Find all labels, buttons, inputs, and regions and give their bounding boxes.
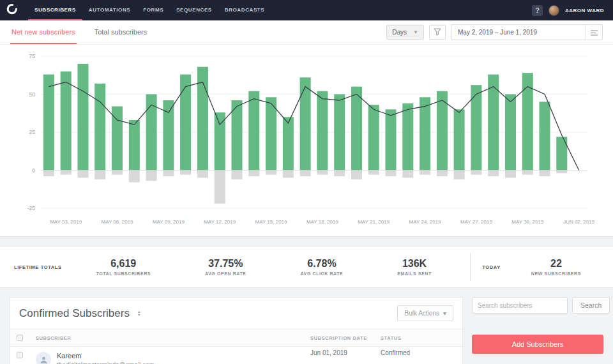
- stat-avg-click-rate: 6.78% AVG CLICK RATE: [300, 258, 343, 276]
- search-button[interactable]: Search: [572, 297, 610, 314]
- column-subscription-date[interactable]: SUBSCRIPTION DATE: [304, 330, 374, 347]
- svg-text:MAY 12, 2019: MAY 12, 2019: [204, 219, 236, 225]
- bulk-actions-label: Bulk Actions: [404, 310, 439, 317]
- svg-text:75: 75: [29, 53, 36, 59]
- divider: [470, 253, 471, 281]
- svg-text:JUN 02, 2019: JUN 02, 2019: [563, 219, 594, 225]
- svg-text:MAY 18, 2019: MAY 18, 2019: [306, 219, 339, 225]
- stat-avg-open-rate: 37.75% AVG OPEN RATE: [205, 258, 246, 276]
- svg-text:MAY 03, 2019: MAY 03, 2019: [50, 219, 82, 225]
- column-subscriber[interactable]: SUBSCRIBER: [29, 330, 304, 347]
- sort-toggle-icon[interactable]: ▲▼: [137, 310, 140, 317]
- stat-value: 6.78%: [300, 258, 343, 269]
- stat-value: 136K: [397, 258, 432, 269]
- subscription-date: Jun 01, 2019: [304, 347, 374, 364]
- svg-text:50: 50: [29, 91, 36, 98]
- svg-text:MAY 21, 2019: MAY 21, 2019: [358, 219, 390, 225]
- nav-item-automations[interactable]: AUTOMATIONS: [82, 0, 137, 20]
- user-avatar[interactable]: [549, 5, 559, 16]
- app-logo[interactable]: [6, 0, 18, 20]
- subscriber-chart-card: Net new subscribers Total subscribers Da…: [0, 20, 613, 237]
- stat-label: AVG OPEN RATE: [205, 271, 246, 276]
- stat-value: 37.75%: [205, 258, 246, 269]
- svg-text:-25: -25: [27, 205, 36, 211]
- bulk-actions-button[interactable]: Bulk Actions ▾: [397, 305, 453, 321]
- svg-text:25: 25: [29, 129, 36, 135]
- svg-text:MAY 27, 2019: MAY 27, 2019: [460, 219, 493, 225]
- stat-emails-sent: 136K EMAILS SENT: [397, 258, 432, 276]
- date-range-input[interactable]: May 2, 2019 – June 1, 2019: [451, 25, 586, 40]
- svg-text:0: 0: [32, 167, 35, 174]
- add-subscribers-button[interactable]: Add Subscribers: [472, 335, 603, 354]
- date-options-button[interactable]: [586, 25, 602, 40]
- stat-new-subscribers-today: 22 NEW SUBSCRIBERS: [531, 258, 581, 276]
- subscribers-sidebar: Search Add Subscribers: [472, 297, 603, 364]
- row-checkbox[interactable]: [17, 352, 23, 358]
- lifetime-stats-bar: LIFETIME TOTALS 6,619 TOTAL SUBSCRIBERS …: [0, 246, 613, 288]
- interval-select[interactable]: Days ▼: [386, 25, 424, 40]
- column-status[interactable]: STATUS: [374, 330, 462, 347]
- stat-total-subscribers: 6,619 TOTAL SUBSCRIBERS: [96, 258, 151, 276]
- user-name[interactable]: AARON WARD: [565, 8, 604, 13]
- search-input[interactable]: [472, 297, 568, 314]
- status-badge: Confirmed: [374, 347, 462, 364]
- table-row[interactable]: Kareem thedigitalmasterminds@gmail.com J…: [10, 347, 462, 364]
- confirmed-subscribers-title: Confirmed Subscribers: [19, 307, 130, 320]
- stat-label: AVG CLICK RATE: [300, 271, 343, 276]
- top-navbar: SUBSCRIBERS AUTOMATIONS FORMS SEQUENCES …: [0, 0, 613, 20]
- nav-item-subscribers[interactable]: SUBSCRIBERS: [28, 0, 82, 20]
- chevron-down-icon: ▼: [413, 29, 418, 35]
- subscriber-avatar: [36, 352, 51, 364]
- stat-label: TOTAL SUBSCRIBERS: [96, 271, 151, 276]
- stat-label: NEW SUBSCRIBERS: [531, 271, 581, 276]
- lifetime-totals-label: LIFETIME TOTALS: [14, 264, 69, 270]
- filter-button[interactable]: [429, 25, 446, 40]
- svg-text:MAY 09, 2019: MAY 09, 2019: [153, 219, 185, 225]
- date-range-control: May 2, 2019 – June 1, 2019: [451, 24, 603, 40]
- subscriber-chart: 7550250-25MAY 03, 2019MAY 06, 2019MAY 09…: [5, 47, 599, 234]
- tab-total-subscribers[interactable]: Total subscribers: [93, 20, 149, 44]
- funnel-icon: [434, 27, 441, 38]
- subscriber-email: thedigitalmasterminds@gmail.com: [57, 361, 155, 364]
- subscriber-name[interactable]: Kareem: [57, 352, 155, 360]
- svg-text:MAY 30, 2019: MAY 30, 2019: [511, 219, 544, 225]
- stat-value: 22: [531, 258, 581, 269]
- tab-net-new-subscribers[interactable]: Net new subscribers: [10, 20, 77, 44]
- caret-down-icon: ▾: [443, 310, 446, 317]
- stat-value: 6,619: [96, 258, 151, 269]
- chart-toolbar: Net new subscribers Total subscribers Da…: [0, 20, 613, 45]
- help-button[interactable]: ?: [532, 5, 543, 16]
- subscribers-table: SUBSCRIBER SUBSCRIPTION DATE STATUS: [10, 329, 462, 364]
- svg-text:MAY 06, 2019: MAY 06, 2019: [102, 219, 134, 225]
- svg-text:MAY 15, 2019: MAY 15, 2019: [255, 219, 288, 225]
- svg-text:MAY 24, 2019: MAY 24, 2019: [409, 219, 442, 225]
- interval-select-value: Days: [392, 29, 407, 36]
- convertkit-logo-icon: [6, 3, 18, 17]
- stat-label: EMAILS SENT: [397, 271, 432, 276]
- confirmed-subscribers-card: Confirmed Subscribers ▲▼ Bulk Actions ▾ …: [10, 297, 463, 364]
- list-lines-icon: [591, 27, 598, 38]
- today-label: TODAY: [482, 264, 500, 270]
- nav-item-forms[interactable]: FORMS: [137, 0, 170, 20]
- subscribers-section: Confirmed Subscribers ▲▼ Bulk Actions ▾ …: [0, 288, 613, 364]
- nav-item-sequences[interactable]: SEQUENCES: [170, 0, 218, 20]
- nav-item-broadcasts[interactable]: BROADCASTS: [218, 0, 271, 20]
- select-all-checkbox[interactable]: [17, 335, 23, 341]
- person-icon: [40, 356, 48, 364]
